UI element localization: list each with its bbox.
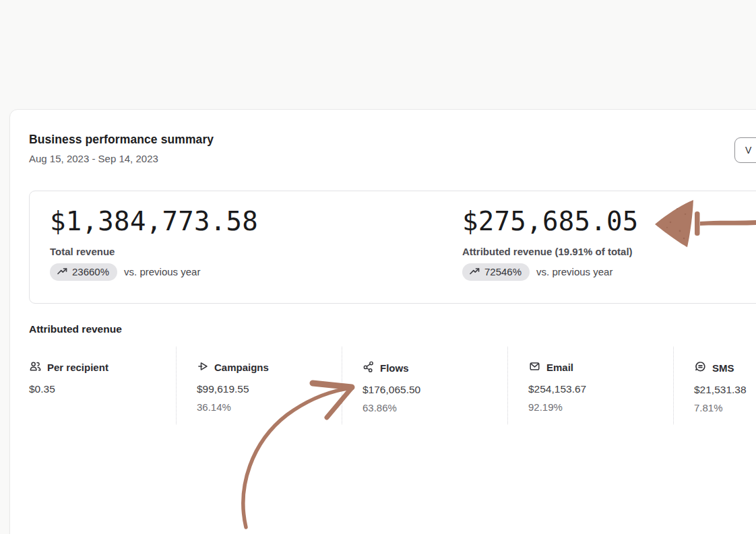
- metric-label: Email: [546, 362, 573, 373]
- metric-value: $99,619.55: [197, 383, 335, 395]
- email-icon: [528, 360, 541, 374]
- people-icon: [29, 360, 42, 374]
- total-revenue-stat: $1,384,773.58 Total revenue 23660% vs. p…: [50, 206, 462, 288]
- metric-percent: 92.19%: [528, 401, 666, 413]
- business-performance-card: Business performance summary Aug 15, 202…: [9, 109, 756, 534]
- metric-value: $254,153.67: [528, 383, 666, 395]
- metric-email: Email $254,153.67 92.19%: [507, 347, 673, 424]
- attributed-revenue-stat: $275,685.05 Attributed revenue (19.91% o…: [462, 206, 639, 288]
- attributed-revenue-metrics-row: Per recipient $0.35 Campaigns $99,619.55…: [29, 347, 756, 424]
- sms-icon: [694, 360, 707, 375]
- total-revenue-comparison: vs. previous year: [124, 266, 200, 277]
- page: { "header": { "title": "Business perform…: [0, 0, 756, 534]
- revenue-summary-box: $1,384,773.58 Total revenue 23660% vs. p…: [29, 191, 756, 304]
- view-button[interactable]: V: [734, 137, 756, 163]
- total-revenue-label: Total revenue: [50, 246, 462, 257]
- metric-per-recipient: Per recipient $0.35: [29, 347, 176, 424]
- metric-value: $0.35: [29, 383, 169, 395]
- attributed-revenue-section-heading: Attributed revenue: [29, 323, 122, 335]
- attributed-revenue-change-row: 72546% vs. previous year: [462, 263, 639, 281]
- total-revenue-change-value: 23660%: [72, 266, 109, 277]
- flow-icon: [363, 360, 375, 375]
- total-revenue-change-badge: 23660%: [50, 263, 117, 281]
- date-range: Aug 15, 2023 - Sep 14, 2023: [29, 153, 158, 164]
- attributed-revenue-value: $275,685.05: [462, 206, 639, 238]
- attributed-revenue-comparison: vs. previous year: [536, 266, 612, 277]
- metric-campaigns: Campaigns $99,619.55 36.14%: [176, 347, 342, 424]
- metric-flows: Flows $176,065.50 63.86%: [342, 347, 507, 424]
- metric-label: Per recipient: [47, 362, 108, 373]
- metric-sms: SMS $21,531.38 7.81%: [673, 347, 756, 424]
- send-icon: [197, 360, 209, 374]
- attributed-revenue-change-badge: 72546%: [462, 263, 530, 281]
- view-button-label: V: [745, 145, 751, 156]
- metric-value: $176,065.50: [363, 384, 501, 396]
- metric-percent: 36.14%: [197, 401, 335, 413]
- metric-label: Flows: [380, 362, 409, 374]
- total-revenue-value: $1,384,773.58: [50, 206, 462, 238]
- metric-value: $21,531.38: [694, 384, 756, 396]
- trend-up-icon: [57, 266, 68, 278]
- total-revenue-change-row: 23660% vs. previous year: [50, 263, 462, 281]
- metric-percent: 7.81%: [694, 402, 756, 413]
- page-title: Business performance summary: [29, 133, 214, 147]
- attributed-revenue-label: Attributed revenue (19.91% of total): [462, 246, 639, 257]
- metric-label: Campaigns: [214, 362, 269, 373]
- metric-percent: 63.86%: [363, 402, 501, 413]
- trend-up-icon: [469, 266, 480, 278]
- metric-label: SMS: [712, 362, 734, 374]
- attributed-revenue-change-value: 72546%: [484, 266, 522, 277]
